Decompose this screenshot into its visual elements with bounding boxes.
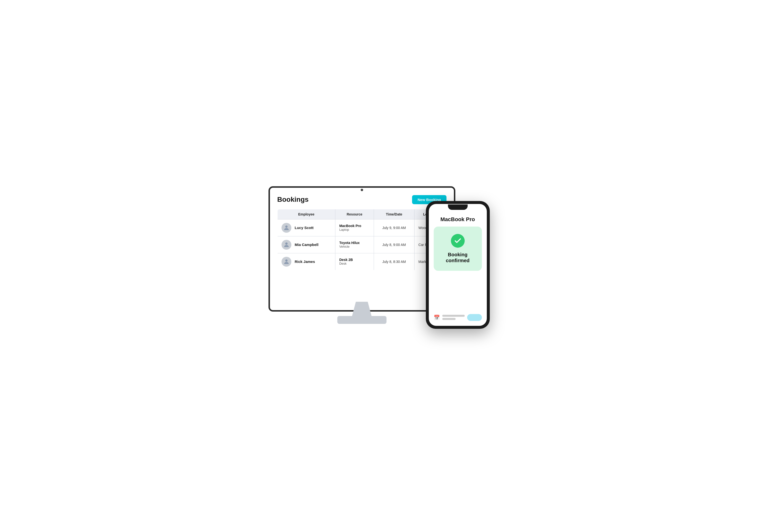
resource-type: Laptop (339, 228, 370, 231)
resource-cell: MacBook Pro Laptop (335, 219, 374, 236)
resource-cell: Desk 2B Desk (335, 253, 374, 270)
employee-cell: Rick James (277, 253, 335, 270)
phone-screen: MacBook Pro Booking confirmed 📅 (429, 204, 487, 326)
table-row: Lucy Scott MacBook Pro Laptop July 9, 9:… (277, 219, 446, 236)
time-date-cell: July 8, 9:00 AM (374, 236, 414, 253)
confirmation-card: Booking confirmed (434, 226, 482, 271)
time-date-cell: July 9, 9:00 AM (374, 219, 414, 236)
calendar-icon: 📅 (434, 315, 440, 320)
phone-action-pill[interactable] (467, 314, 482, 321)
user-icon (283, 224, 290, 231)
employee-name: Rick James (295, 259, 315, 264)
col-header-employee: Employee (277, 209, 335, 219)
svg-point-2 (285, 259, 288, 261)
scene: Bookings New Booking Employee Resource T… (268, 186, 490, 346)
col-header-resource: Resource (335, 209, 374, 219)
monitor-stand-base (337, 316, 387, 324)
phone: MacBook Pro Booking confirmed 📅 (426, 201, 490, 329)
bookings-table: Employee Resource Time/Date Location (277, 209, 446, 270)
screen-header: Bookings New Booking (277, 195, 446, 204)
employee-name: Lucy Scott (295, 226, 314, 230)
employee-name: Mia Campbell (295, 243, 319, 247)
booking-confirmed-text: Booking confirmed (439, 251, 477, 263)
phone-notch (448, 204, 467, 210)
resource-type: Vehicle (339, 245, 370, 249)
monitor-camera (361, 189, 363, 191)
avatar (282, 240, 292, 249)
employee-cell: Lucy Scott (277, 219, 335, 236)
table-header-row: Employee Resource Time/Date Location (277, 209, 446, 219)
user-icon (283, 241, 290, 248)
time-date-cell: July 8, 8:30 AM (374, 253, 414, 270)
page-title: Bookings (277, 196, 309, 204)
resource-name: MacBook Pro (339, 224, 370, 228)
phone-bottom: 📅 (434, 312, 482, 321)
checkmark-icon (454, 237, 462, 245)
table-row: Rick James Desk 2B Desk July 8, 8:30 AMM… (277, 253, 446, 270)
svg-point-1 (285, 242, 288, 245)
phone-text-lines (442, 315, 465, 320)
resource-cell: Toyota Hilux Vehicle (335, 236, 374, 253)
user-icon (283, 258, 290, 265)
table-row: Mia Campbell Toyota Hilux Vehicle July 8… (277, 236, 446, 253)
resource-name: Toyota Hilux (339, 241, 370, 245)
employee-cell: Mia Campbell (277, 236, 335, 253)
avatar (282, 223, 292, 233)
phone-line-1 (442, 315, 465, 317)
phone-line-2 (442, 318, 456, 320)
col-header-timedate: Time/Date (374, 209, 414, 219)
resource-type: Desk (339, 262, 370, 265)
svg-point-0 (285, 225, 288, 227)
avatar (282, 257, 292, 267)
check-circle (451, 234, 465, 248)
resource-name: Desk 2B (339, 258, 370, 262)
phone-resource-title: MacBook Pro (440, 216, 475, 223)
